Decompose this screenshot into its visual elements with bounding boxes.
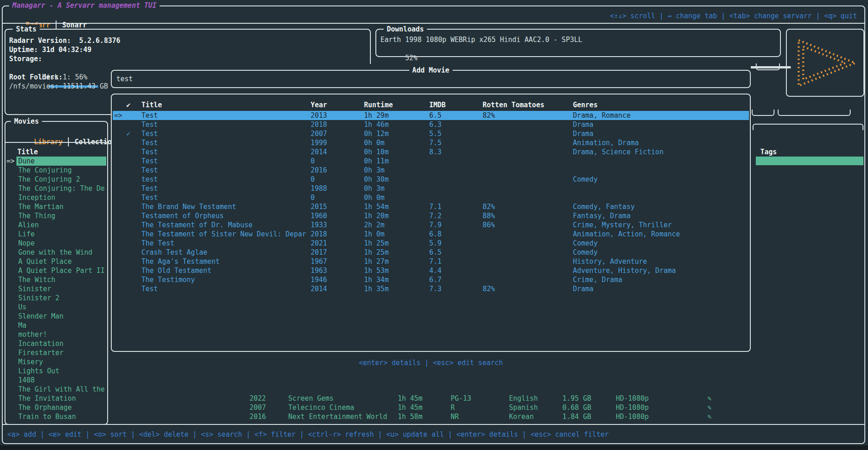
- movie-list-item[interactable]: Incantation: [5, 339, 106, 348]
- tags-selected-item[interactable]: [756, 157, 863, 165]
- result-imdb: 7.1: [429, 257, 442, 266]
- result-row[interactable]: The Brand New Testament 2015 1h 54m 7.1 …: [113, 202, 749, 211]
- result-row[interactable]: The Testimony 1946 1h 34m 6.7 Crime, Dra…: [113, 275, 749, 284]
- managarr-tui-screen: Managarr - A Servarr management TUI Rada…: [0, 0, 868, 450]
- result-imdb: 6.5: [429, 248, 442, 257]
- managarr-play-logo-icon: [791, 36, 860, 90]
- edit-pencil-icon[interactable]: ✎: [707, 394, 712, 403]
- movie-list-item[interactable]: mother!: [5, 330, 106, 339]
- movie-title: Sinister: [16, 284, 106, 293]
- result-runtime: 0h 0m: [364, 193, 385, 202]
- movie-title: mother!: [16, 330, 106, 339]
- movie-list-item[interactable]: The Girl with All the: [5, 385, 106, 394]
- movie-list-item[interactable]: The Conjuring 2: [5, 175, 106, 184]
- result-imdb: 7.1: [429, 202, 442, 211]
- file-row[interactable]: 2016 Next Entertainment World 1h 58m NR …: [0, 412, 868, 421]
- result-runtime: 1h 54m: [364, 202, 389, 211]
- result-row[interactable]: Test 2014 1h 35m 7.3 82% Drama: [113, 284, 749, 293]
- selection-arrow: [5, 239, 16, 248]
- movie-title: Firestarter: [16, 348, 106, 357]
- selection-arrow: [5, 293, 16, 303]
- movie-list-item[interactable]: Misery: [5, 357, 106, 366]
- column-imdb: IMDB: [429, 100, 446, 110]
- movie-list-item[interactable]: Slender Man: [5, 312, 106, 321]
- result-row[interactable]: test 0 0h 30m Comedy: [113, 175, 749, 184]
- result-row[interactable]: Test 2018 1h 46m 6.3 Drama: [113, 120, 749, 129]
- occluded-box-fragment: [756, 63, 780, 70]
- result-runtime: 0h 0m: [364, 138, 385, 147]
- file-quality: HD-1080p: [616, 403, 649, 412]
- movie-list-item[interactable]: Life: [5, 230, 106, 239]
- file-year: 2007: [249, 403, 266, 412]
- edit-pencil-icon[interactable]: ✎: [707, 412, 712, 421]
- file-year: 2016: [249, 412, 266, 421]
- result-genres: Drama, Science Fiction: [573, 147, 664, 157]
- movie-list-item[interactable]: Gone with the Wind: [5, 248, 106, 257]
- result-title: The Test: [141, 239, 308, 248]
- result-row[interactable]: The Testament of Sister New Devil: Depar…: [113, 230, 749, 239]
- file-row[interactable]: 2022 Screen Gems 1h 45m PG-13 English 1.…: [0, 394, 868, 403]
- selection-arrow: [5, 193, 16, 202]
- result-row[interactable]: The Test 2021 1h 25m 5.9 Comedy: [113, 239, 749, 248]
- add-movie-search-box[interactable]: Add Movie test: [111, 70, 751, 88]
- result-row[interactable]: Test 2016 0h 3m: [113, 166, 749, 175]
- radarr-version-row: Radarr Version:5.2.6.8376: [9, 36, 366, 45]
- selection-arrow: [5, 385, 16, 394]
- movie-title: The Conjuring: The De: [16, 184, 106, 193]
- movie-title: Sinister 2: [16, 293, 106, 303]
- movie-list-item[interactable]: The Martian: [5, 202, 106, 211]
- movie-list-item[interactable]: Nope: [5, 239, 106, 248]
- selection-arrow: [5, 321, 16, 330]
- result-row[interactable]: The Aga's Testament 1967 1h 27m 7.1 Hist…: [113, 257, 749, 266]
- movie-list-item[interactable]: 1408: [5, 376, 106, 385]
- result-row[interactable]: Test 0 0h 0m: [113, 193, 749, 202]
- result-row[interactable]: Test 1988 0h 3m: [113, 184, 749, 193]
- movie-list-item[interactable]: => Dune: [5, 157, 106, 166]
- result-row[interactable]: => Test 2013 1h 29m 6.5 82% Drama, Roman…: [113, 111, 749, 120]
- selection-arrow: [5, 330, 16, 339]
- storage-label: Storage:: [9, 54, 366, 63]
- movie-list-item[interactable]: A Quiet Place: [5, 257, 106, 266]
- movie-list-item[interactable]: Sinister 2: [5, 293, 106, 303]
- result-imdb: 6.8: [429, 230, 442, 239]
- file-row[interactable]: 2007 Telecinco Cinema 1h 45m R Spanish 0…: [0, 403, 868, 412]
- result-row[interactable]: Test 1999 0h 0m 7.5 Animation, Drama: [113, 138, 749, 147]
- search-input-value[interactable]: test: [116, 71, 133, 87]
- movie-list-item[interactable]: The Thing: [5, 211, 106, 220]
- movie-list-item[interactable]: Alien: [5, 220, 106, 230]
- result-row[interactable]: Testament of Orpheus 1960 1h 20m 7.2 88%…: [113, 211, 749, 220]
- movie-title: Slender Man: [16, 312, 106, 321]
- movie-list-item[interactable]: The Witch: [5, 275, 106, 284]
- movie-list-item[interactable]: The Conjuring: [5, 166, 106, 175]
- result-row[interactable]: ✓ Test 2007 0h 12m 5.5 Drama: [113, 129, 749, 138]
- app-title: Managarr - A Servarr management TUI: [9, 1, 160, 10]
- movie-list-item[interactable]: Us: [5, 303, 106, 312]
- movie-list-item[interactable]: Ma: [5, 321, 106, 330]
- file-studio: Telecinco Cinema: [288, 403, 354, 412]
- result-row[interactable]: The Old Testament 1963 1h 53m 4.4 Advent…: [113, 266, 749, 275]
- result-runtime: 0h 30m: [364, 175, 389, 184]
- occluded-box-fragment: [778, 110, 851, 116]
- movie-list-item[interactable]: Inception: [5, 193, 106, 202]
- result-year: 2018: [311, 230, 327, 239]
- movie-list-item[interactable]: Lights Out: [5, 366, 106, 376]
- result-row[interactable]: Test 2014 0h 10m 8.3 Drama, Science Fict…: [113, 147, 749, 157]
- movie-list-item[interactable]: The Conjuring: The De: [5, 184, 106, 193]
- result-row[interactable]: Crash Test Aglae 2017 1h 25m 6.5 Comedy: [113, 248, 749, 257]
- movie-list-item[interactable]: Sinister: [5, 284, 106, 293]
- selection-arrow: [5, 184, 16, 193]
- tab-sonarr[interactable]: Sonarr: [62, 21, 87, 29]
- movie-list-item[interactable]: A Quiet Place Part II: [5, 266, 106, 275]
- result-row[interactable]: Test 0 0h 11m: [113, 157, 749, 166]
- result-rotten-tomatoes: 82%: [483, 202, 495, 211]
- movie-title: Ma: [16, 321, 106, 330]
- movie-list-item[interactable]: Firestarter: [5, 348, 106, 357]
- selection-arrow: [5, 366, 16, 376]
- movie-title: Incantation: [16, 339, 106, 348]
- result-row[interactable]: The Testament of Dr. Mabuse 1933 2h 2m 7…: [113, 220, 749, 230]
- edit-pencil-icon[interactable]: ✎: [707, 403, 712, 412]
- selection-arrow: [5, 312, 16, 321]
- selection-arrow: [5, 248, 16, 257]
- in-library-check-icon: ✓: [126, 129, 130, 138]
- result-year: 1960: [311, 211, 327, 220]
